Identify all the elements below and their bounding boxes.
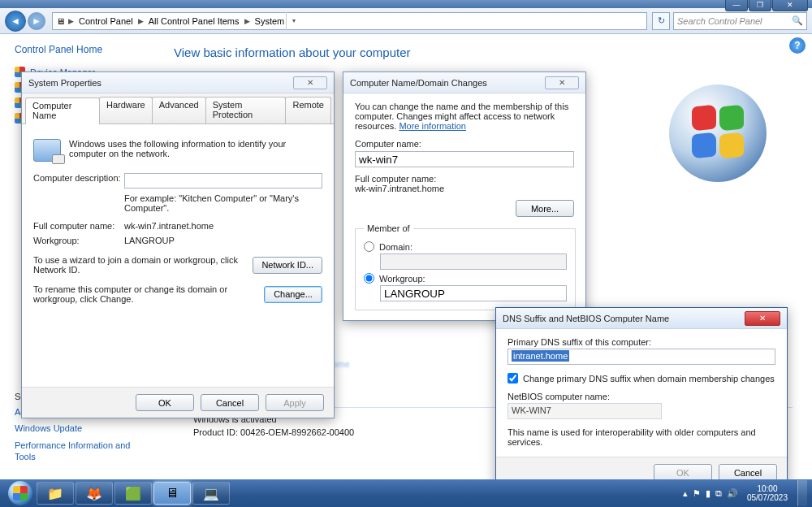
- ok-button[interactable]: OK: [654, 464, 712, 481]
- computer-name-label: Computer name:: [355, 139, 574, 149]
- ok-button[interactable]: OK: [136, 394, 194, 411]
- search-placeholder: Search Control Panel: [677, 16, 762, 26]
- sysprops-tabs: Computer Name Hardware Advanced System P…: [22, 93, 334, 124]
- breadcrumb[interactable]: All Control Panel Items: [149, 16, 240, 26]
- product-id-label: Product ID:: [193, 427, 238, 437]
- computer-icon: 🖥: [56, 16, 65, 26]
- domain-changes-dialog: Computer Name/Domain Changes ✕ You can c…: [343, 72, 586, 321]
- netbios-label: NetBIOS computer name:: [508, 392, 775, 401]
- help-icon[interactable]: ?: [789, 37, 806, 54]
- member-of-fieldset: Member of Domain: Workgroup:: [355, 223, 576, 310]
- change-suffix-label: Change primary DNS suffix when domain me…: [523, 374, 775, 384]
- computer-description-input[interactable]: [124, 173, 322, 188]
- computer-name-input[interactable]: [355, 151, 574, 167]
- cancel-button[interactable]: Cancel: [719, 464, 777, 481]
- primary-dns-value: intranet.home: [512, 350, 569, 362]
- close-button[interactable]: ✕: [772, 0, 808, 11]
- tab-computer-name[interactable]: Computer Name: [25, 98, 100, 124]
- dialog-close-button[interactable]: ✕: [293, 76, 327, 89]
- workgroup-value: LANGROUP: [124, 236, 175, 245]
- search-icon: 🔍: [792, 15, 803, 26]
- tray-volume-icon[interactable]: 🔊: [727, 488, 738, 499]
- dialog-close-button[interactable]: ✕: [545, 76, 579, 89]
- full-computer-name-label: Full computer name:: [33, 221, 124, 231]
- workgroup-label: Workgroup:: [33, 236, 124, 245]
- search-input[interactable]: Search Control Panel 🔍: [673, 12, 807, 30]
- taskbar-firefox[interactable]: 🦊: [76, 482, 113, 505]
- cancel-button[interactable]: Cancel: [201, 394, 259, 411]
- network-id-button[interactable]: Network ID...: [253, 257, 322, 274]
- taskbar: 📁 🦊 🟩 🖥 💻 ▴ ⚑ ▮ ⧉ 🔊 10:00 05/07/2023: [0, 479, 812, 507]
- workgroup-input[interactable]: [380, 285, 567, 301]
- page-title: View basic information about your comput…: [174, 46, 793, 59]
- product-id-value: 00426-OEM-8992662-00400: [240, 427, 354, 437]
- show-desktop-button[interactable]: [797, 480, 807, 506]
- address-bar[interactable]: 🖥 ▶ Control Panel ▶ All Control Panel It…: [52, 12, 647, 30]
- minimize-button[interactable]: —: [725, 0, 748, 11]
- dns-note: This name is used for interoperability w…: [508, 427, 775, 447]
- tab-hardware[interactable]: Hardware: [99, 97, 153, 124]
- netbios-value: WK-WIN7: [508, 403, 662, 419]
- tray-flag-icon[interactable]: ⚑: [693, 488, 701, 499]
- taskbar-system-properties[interactable]: 💻: [192, 482, 230, 505]
- primary-dns-label: Primary DNS suffix of this computer:: [508, 337, 775, 347]
- forward-button[interactable]: ►: [28, 12, 45, 30]
- sysprops-intro: Windows uses the following information t…: [69, 139, 322, 158]
- breadcrumb[interactable]: Control Panel: [79, 16, 133, 26]
- tray-battery-icon[interactable]: ▮: [706, 488, 710, 499]
- tab-remote[interactable]: Remote: [285, 97, 331, 124]
- taskbar-control-panel[interactable]: 🖥: [153, 482, 191, 505]
- primary-dns-input[interactable]: intranet.home: [508, 349, 775, 365]
- more-button[interactable]: More...: [516, 200, 574, 217]
- full-computer-name-label: Full computer name:: [355, 174, 574, 184]
- taskbar-app-green[interactable]: 🟩: [114, 482, 152, 505]
- workgroup-radio-label: Workgroup:: [379, 274, 425, 284]
- back-button[interactable]: ◄: [5, 11, 26, 32]
- maximize-button[interactable]: ❐: [749, 0, 771, 11]
- windows-logo: [669, 84, 767, 182]
- breadcrumb[interactable]: System: [255, 16, 285, 26]
- refresh-button[interactable]: ↻: [652, 12, 670, 30]
- tab-system-protection[interactable]: System Protection: [205, 97, 287, 124]
- explorer-navbar: ◄ ► 🖥 ▶ Control Panel ▶ All Control Pane…: [0, 8, 812, 34]
- see-also-performance[interactable]: Performance Information and Tools: [15, 440, 146, 463]
- chevron-right-icon: ▶: [68, 17, 74, 25]
- chevron-right-icon: ▶: [138, 17, 144, 25]
- more-information-link[interactable]: More information: [399, 121, 466, 131]
- window-titlebar: — ❐ ✕: [0, 0, 812, 8]
- tray-date: 05/07/2023: [747, 493, 788, 503]
- tray-time: 10:00: [747, 484, 788, 494]
- apply-button[interactable]: Apply: [266, 394, 324, 411]
- taskbar-explorer[interactable]: 📁: [37, 482, 74, 505]
- start-button[interactable]: [5, 479, 36, 507]
- full-computer-name-value: wk-win7.intranet.home: [124, 221, 214, 231]
- change-suffix-checkbox[interactable]: [508, 373, 518, 384]
- system-properties-dialog: System Properties ✕ Computer Name Hardwa…: [21, 72, 335, 418]
- see-also-windows-update[interactable]: Windows Update: [15, 422, 146, 434]
- domain-radio[interactable]: [364, 241, 374, 252]
- computer-icon: [33, 139, 61, 162]
- address-dropdown[interactable]: ▾: [286, 12, 300, 30]
- dialog-title: System Properties: [28, 78, 102, 88]
- computer-description-label: Computer description:: [33, 173, 124, 183]
- workgroup-radio[interactable]: [364, 273, 374, 284]
- tray-chevron-up-icon[interactable]: ▴: [683, 488, 688, 499]
- member-of-legend: Member of: [364, 223, 413, 233]
- domain-input: [380, 254, 567, 270]
- change-button[interactable]: Change...: [264, 286, 322, 303]
- control-panel-home-link[interactable]: Control Panel Home: [15, 44, 146, 55]
- domain-radio-label: Domain:: [379, 242, 412, 252]
- dns-suffix-dialog: DNS Suffix and NetBIOS Computer Name ✕ P…: [495, 307, 788, 488]
- system-tray: ▴ ⚑ ▮ ⧉ 🔊 10:00 05/07/2023: [680, 480, 807, 506]
- change-text: To rename this computer or change its do…: [33, 284, 264, 304]
- dialog-title: DNS Suffix and NetBIOS Computer Name: [503, 314, 669, 323]
- tray-network-icon[interactable]: ⧉: [715, 488, 722, 499]
- description-example: For example: "Kitchen Computer" or "Mary…: [124, 193, 322, 213]
- dialog-close-button[interactable]: ✕: [745, 311, 780, 326]
- network-id-text: To use a wizard to join a domain or work…: [33, 255, 253, 275]
- full-computer-name-value: wk-win7.intranet.home: [355, 184, 574, 193]
- dialog-title: Computer Name/Domain Changes: [350, 78, 487, 88]
- tab-advanced[interactable]: Advanced: [152, 97, 206, 124]
- chevron-right-icon: ▶: [244, 17, 250, 25]
- tray-clock[interactable]: 10:00 05/07/2023: [747, 484, 788, 503]
